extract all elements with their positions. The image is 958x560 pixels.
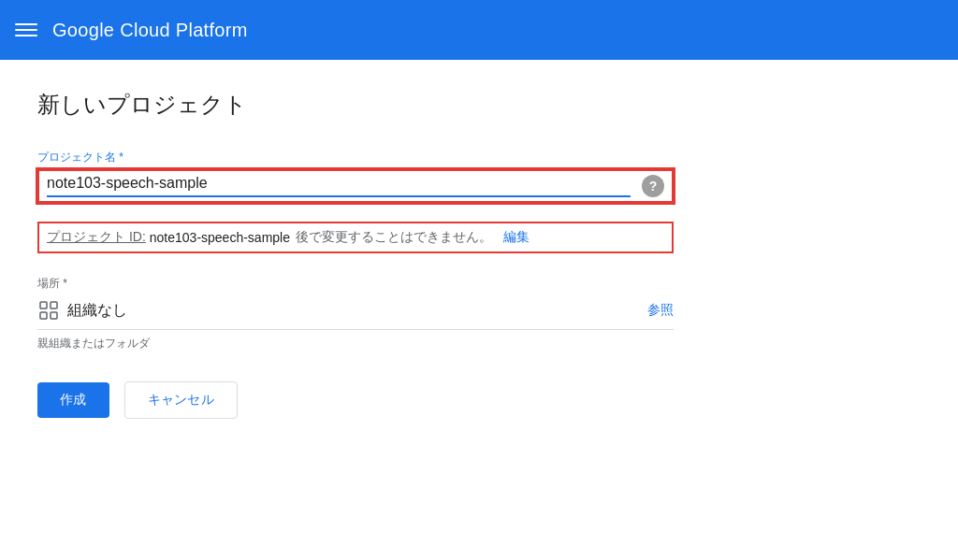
edit-link[interactable]: 編集 <box>503 229 530 246</box>
location-row: 組織なし 参照 <box>37 299 674 330</box>
topbar: Google Cloud Platform <box>0 0 958 60</box>
location-label: 場所 * <box>37 276 674 292</box>
browse-link[interactable]: 参照 <box>647 302 674 319</box>
project-id-label: プロジェクト ID: <box>47 229 146 246</box>
svg-rect-0 <box>40 302 47 309</box>
topbar-title: Google Cloud Platform <box>52 20 248 41</box>
location-value-container: 組織なし <box>37 299 127 322</box>
location-section: 場所 * 組織なし 参照 親組織またはフォルダ <box>37 276 674 352</box>
menu-icon[interactable] <box>15 23 37 36</box>
help-icon[interactable]: ? <box>642 175 664 197</box>
project-name-input-container <box>47 175 631 197</box>
create-button[interactable]: 作成 <box>37 382 109 418</box>
main-content: 新しいプロジェクト プロジェクト名 * ? プロジェクト ID: note103… <box>0 60 958 449</box>
project-id-note: 後で変更することはできません。 <box>296 229 492 246</box>
location-text: 組織なし <box>67 301 127 321</box>
project-name-group: プロジェクト名 * ? <box>37 150 674 203</box>
cancel-button[interactable]: キャンセル <box>124 381 238 419</box>
page-title: 新しいプロジェクト <box>37 90 921 120</box>
project-name-wrapper: ? <box>37 169 674 203</box>
svg-rect-2 <box>40 312 47 319</box>
svg-rect-1 <box>51 302 57 309</box>
org-icon <box>37 299 60 322</box>
project-id-value: note103-speech-sample <box>150 230 290 245</box>
location-sublabel: 親組織またはフォルダ <box>37 337 150 350</box>
project-id-row: プロジェクト ID: note103-speech-sample 後で変更するこ… <box>37 222 674 253</box>
project-name-label: プロジェクト名 * <box>37 150 674 165</box>
svg-rect-3 <box>51 312 57 319</box>
project-name-input[interactable] <box>47 175 631 192</box>
form-container: プロジェクト名 * ? プロジェクト ID: note103-speech-sa… <box>37 150 674 419</box>
button-row: 作成 キャンセル <box>37 381 674 419</box>
